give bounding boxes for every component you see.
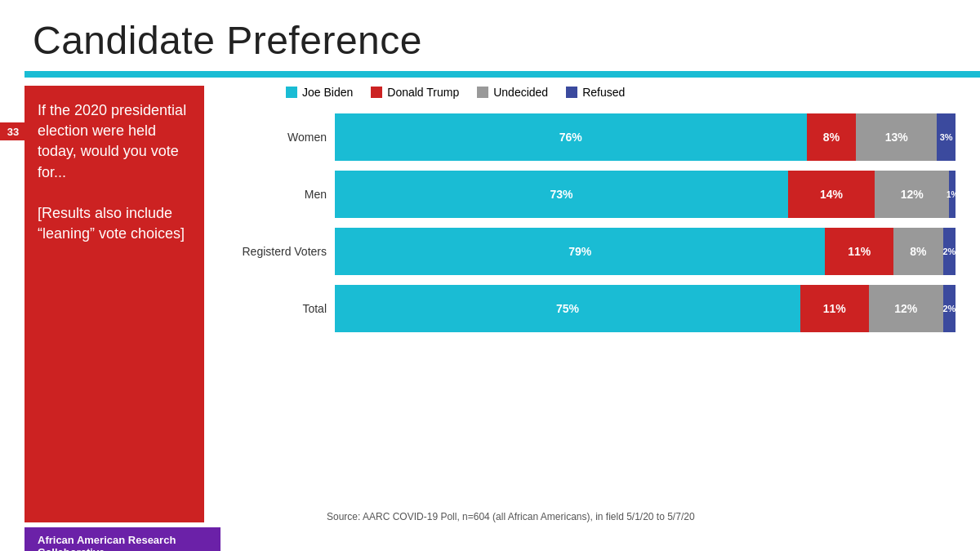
chart-area: Women76%8%13%3%Men73%14%12%1%Registerd V… bbox=[220, 113, 956, 503]
legend-trump-label: Donald Trump bbox=[387, 86, 459, 99]
bar-segment-trump: 11% bbox=[800, 285, 869, 332]
bar-container: 79%11%8%2% bbox=[335, 228, 956, 275]
left-panel: If the 2020 presidential election were h… bbox=[24, 86, 204, 522]
bar-row-label: Men bbox=[220, 188, 327, 201]
bar-row: Registerd Voters79%11%8%2% bbox=[220, 228, 956, 275]
aarc-badge: African American Research Collaborative bbox=[24, 527, 220, 551]
legend: Joe Biden Donald Trump Undecided Refused bbox=[286, 86, 956, 99]
segment-label: 8% bbox=[823, 131, 840, 144]
bar-container: 73%14%12%1% bbox=[335, 171, 956, 218]
bar-row: Men73%14%12%1% bbox=[220, 171, 956, 218]
content-area: If the 2020 presidential election were h… bbox=[0, 78, 980, 522]
legend-undecided-label: Undecided bbox=[493, 86, 548, 99]
segment-label: 11% bbox=[848, 245, 871, 258]
bar-segment-undecided: 12% bbox=[869, 285, 943, 332]
bar-segment-biden: 76% bbox=[335, 113, 807, 161]
source-note: Source: AARC COVID-19 Poll, n=604 (all A… bbox=[327, 511, 956, 522]
segment-label: 2% bbox=[942, 247, 956, 256]
bar-segment-biden: 79% bbox=[335, 228, 825, 275]
bar-row-label: Registerd Voters bbox=[220, 245, 327, 258]
bar-segment-biden: 73% bbox=[335, 171, 788, 218]
bar-row: Women76%8%13%3% bbox=[220, 113, 956, 161]
bar-container: 75%11%12%2% bbox=[335, 285, 956, 332]
bar-segment-biden: 75% bbox=[335, 285, 800, 332]
bar-row-label: Women bbox=[220, 131, 327, 144]
segment-label: 2% bbox=[942, 304, 956, 313]
segment-label: 8% bbox=[910, 245, 926, 258]
segment-label: 14% bbox=[820, 188, 843, 201]
bar-segment-trump: 11% bbox=[825, 228, 893, 275]
segment-label: 79% bbox=[568, 245, 591, 258]
bar-segment-trump: 8% bbox=[807, 113, 857, 161]
refused-color-swatch bbox=[566, 87, 577, 98]
segment-label: 73% bbox=[550, 188, 572, 201]
bar-segment-undecided: 12% bbox=[875, 171, 949, 218]
bar-segment-refused: 3% bbox=[937, 113, 956, 161]
legend-item-undecided: Undecided bbox=[477, 86, 548, 99]
slide-number: 33 bbox=[0, 122, 26, 140]
teal-divider bbox=[24, 71, 980, 78]
question-box: If the 2020 presidential election were h… bbox=[24, 86, 204, 522]
trump-color-swatch bbox=[371, 87, 382, 98]
bar-segment-trump: 14% bbox=[788, 171, 875, 218]
legend-biden-label: Joe Biden bbox=[302, 86, 353, 99]
bar-row: Total75%11%12%2% bbox=[220, 285, 956, 332]
undecided-color-swatch bbox=[477, 87, 488, 98]
biden-color-swatch bbox=[286, 87, 297, 98]
slide: Candidate Preference 33 If the 2020 pres… bbox=[0, 0, 980, 551]
legend-refused-label: Refused bbox=[582, 86, 625, 99]
legend-item-biden: Joe Biden bbox=[286, 86, 353, 99]
segment-label: 75% bbox=[556, 302, 579, 315]
legend-item-trump: Donald Trump bbox=[371, 86, 459, 99]
page-title: Candidate Preference bbox=[0, 0, 980, 71]
segment-label: 13% bbox=[885, 131, 908, 144]
segment-label: 12% bbox=[894, 302, 917, 315]
bar-segment-refused: 1% bbox=[949, 171, 956, 218]
segment-label: 12% bbox=[901, 188, 924, 201]
bar-row-label: Total bbox=[220, 302, 327, 315]
bar-segment-refused: 2% bbox=[943, 228, 956, 275]
segment-label: 76% bbox=[559, 131, 582, 144]
bar-segment-refused: 2% bbox=[943, 285, 956, 332]
bottom-row: African American Research Collaborative bbox=[0, 527, 980, 551]
segment-label: 3% bbox=[940, 132, 953, 142]
segment-label: 11% bbox=[823, 302, 846, 315]
bar-segment-undecided: 8% bbox=[893, 228, 943, 275]
segment-label: 1% bbox=[947, 190, 958, 199]
legend-item-refused: Refused bbox=[566, 86, 625, 99]
bar-segment-undecided: 13% bbox=[856, 113, 937, 161]
right-panel: Joe Biden Donald Trump Undecided Refused… bbox=[220, 86, 956, 522]
bar-container: 76%8%13%3% bbox=[335, 113, 956, 161]
